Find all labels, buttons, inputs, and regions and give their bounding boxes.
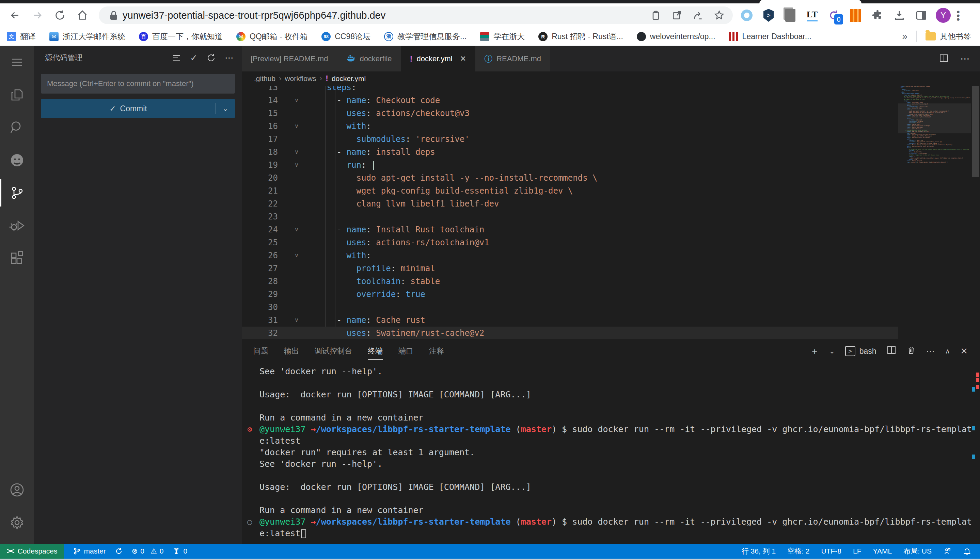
code-line[interactable]: 14∨ - name: Checkout code (242, 94, 898, 107)
notifications-bell-icon[interactable] (963, 547, 971, 555)
minimap-slider[interactable] (898, 103, 971, 133)
code-line[interactable]: 21 wget pkg-config build-essential zlib1… (242, 184, 898, 197)
fold-chevron-icon[interactable]: ∨ (286, 249, 307, 262)
bookmark-item[interactable]: ✉QQ邮箱 - 收件箱 (236, 31, 308, 42)
maximize-panel-icon[interactable]: ∧ (945, 347, 950, 355)
code-line[interactable]: 24∨ - name: Install Rust toolchain (242, 223, 898, 236)
new-terminal-icon[interactable]: ＋ (810, 345, 819, 357)
code-line[interactable]: 29 override: true (242, 288, 898, 301)
sidebar-item-extensions[interactable] (0, 242, 34, 275)
panel-tab-终端[interactable]: 终端 (368, 339, 383, 363)
code-line[interactable]: 32 uses: Swatinem/rust-cache@v2 (242, 327, 898, 339)
share-icon[interactable] (691, 8, 705, 22)
code-line[interactable]: 30 (242, 301, 898, 314)
split-editor-icon[interactable] (939, 53, 949, 64)
feedback-icon[interactable] (943, 547, 952, 555)
code-editor[interactable]: 13 steps:14∨ - name: Checkout code15 use… (242, 86, 980, 339)
split-terminal-icon[interactable] (887, 345, 896, 357)
code-line[interactable]: 27 profile: minimal (242, 262, 898, 275)
open-in-new-icon[interactable] (670, 8, 684, 22)
bookmark-item[interactable]: Learner Dashboar... (729, 32, 811, 41)
tab-dockerfile[interactable]: dockerfile (337, 46, 401, 72)
close-tab-icon[interactable]: ✕ (460, 55, 466, 63)
kill-terminal-icon[interactable] (906, 345, 916, 357)
commit-message-input[interactable] (41, 74, 235, 93)
fold-chevron-icon[interactable]: ∨ (286, 223, 307, 236)
bookmark-item[interactable]: 98CC98论坛 (321, 31, 370, 42)
panel-more-actions-icon[interactable]: ⋯ (926, 346, 935, 357)
tab-preview-readme[interactable]: [Preview] README.md (242, 46, 337, 72)
sidebar-item-explorer[interactable] (0, 78, 34, 111)
code-line[interactable]: 22 clang llvm libelf1 libelf-dev (242, 197, 898, 210)
reload-icon[interactable] (52, 8, 67, 23)
bookmarks-overflow-chevron[interactable]: » (902, 31, 908, 42)
home-icon[interactable] (75, 8, 90, 23)
extension-shield-icon[interactable]: > (761, 7, 776, 23)
ports-indicator[interactable]: 0 (172, 547, 187, 555)
breadcrumb[interactable]: .github › workflows › ! docker.yml (242, 72, 980, 86)
extension-sheets-icon[interactable] (783, 7, 798, 23)
commit-check-icon[interactable]: ✓ (190, 53, 197, 63)
url-text[interactable]: yunwei37-potential-space-trout-rpr5qwj66… (122, 10, 642, 21)
bookmark-item[interactable]: weloveinterns/op... (637, 32, 716, 41)
downloads-icon[interactable] (891, 7, 907, 23)
clipboard-icon[interactable] (649, 8, 663, 22)
fold-chevron-icon[interactable]: ∨ (286, 146, 307, 158)
settings-gear-icon[interactable] (0, 506, 34, 539)
fold-chevron-icon[interactable]: ∨ (286, 94, 307, 107)
terminal-dropdown-icon[interactable]: ⌄ (829, 347, 835, 355)
back-icon[interactable] (7, 8, 22, 23)
extensions-puzzle-icon[interactable] (870, 7, 885, 23)
profile-avatar[interactable]: Y (936, 8, 951, 23)
code-line[interactable]: 23 (242, 210, 898, 223)
fold-chevron-icon[interactable]: ∨ (286, 120, 307, 133)
panel-tab-端口[interactable]: 端口 (398, 339, 413, 363)
bookmark-item[interactable]: 文翻译 (7, 31, 36, 42)
browser-menu-icon[interactable]: ••• (955, 10, 961, 21)
tab-docker-yml[interactable]: ! docker.yml ✕ (401, 46, 476, 72)
commit-button[interactable]: ✓Commit ⌄ (41, 99, 235, 118)
indentation[interactable]: 空格: 2 (787, 547, 809, 556)
close-panel-icon[interactable]: ✕ (960, 346, 968, 357)
fold-chevron-icon[interactable]: ∨ (286, 314, 307, 327)
eol-sequence[interactable]: LF (853, 547, 861, 555)
bookmark-item[interactable]: RRust 招聘 - Rust语... (538, 31, 623, 42)
panel-tab-调试控制台[interactable]: 调试控制台 (314, 339, 352, 363)
bookmark-item[interactable]: ✉浙江大学邮件系统 (49, 31, 125, 42)
language-mode[interactable]: YAML (873, 547, 892, 555)
bookmark-item[interactable]: 学在浙大 (480, 31, 525, 42)
cursor-position[interactable]: 行 36, 列 1 (742, 547, 776, 556)
code-line[interactable]: 19∨ run: | (242, 158, 898, 172)
address-bar[interactable]: yunwei37-potential-space-trout-rpr5qwj66… (99, 7, 733, 24)
commit-dropdown-icon[interactable]: ⌄ (216, 105, 235, 113)
sidebar-item-github[interactable] (0, 144, 34, 177)
code-line[interactable]: 17 submodules: 'recursive' (242, 133, 898, 146)
editor-more-actions-icon[interactable]: ⋯ (960, 53, 970, 64)
sync-extension-icon[interactable]: 0 (826, 7, 842, 23)
tab-readme[interactable]: ⓘ README.md (475, 46, 550, 72)
forward-icon[interactable] (30, 8, 45, 23)
sidebar-item-source-control[interactable] (0, 177, 34, 209)
sync-indicator[interactable] (115, 547, 123, 555)
encoding[interactable]: UTF-8 (821, 547, 842, 555)
bookmark-star-icon[interactable] (712, 8, 726, 22)
code-line[interactable]: 28 toolchain: stable (242, 275, 898, 288)
code-line[interactable]: 20 sudo apt-get install -y --no-install-… (242, 172, 898, 184)
panel-tab-问题[interactable]: 问题 (253, 339, 268, 363)
panel-tab-输出[interactable]: 输出 (284, 339, 299, 363)
sidebar-item-run-debug[interactable] (0, 209, 34, 242)
sidebar-item-search[interactable] (0, 111, 34, 144)
problems-indicator[interactable]: ⊗ 0 ⚠ 0 (132, 547, 164, 555)
more-actions-icon[interactable]: ⋯ (225, 53, 234, 63)
editor-scrollbar[interactable] (971, 86, 980, 339)
code-line[interactable]: 15 uses: actions/checkout@v3 (242, 107, 898, 120)
refresh-icon[interactable] (206, 53, 216, 63)
editor-scrollbar-slider[interactable] (972, 86, 979, 177)
terminal-instance-bash[interactable]: >bash (845, 346, 876, 356)
extension-circle-icon[interactable] (739, 7, 754, 23)
other-bookmarks-button[interactable]: 其他书签 (925, 31, 971, 42)
code-line[interactable]: 13 steps: (242, 86, 898, 94)
terminal[interactable]: See 'docker run --help'.Usage: docker ru… (242, 363, 980, 544)
account-icon[interactable] (0, 473, 34, 506)
sidebar-toggle-icon[interactable] (913, 7, 929, 23)
